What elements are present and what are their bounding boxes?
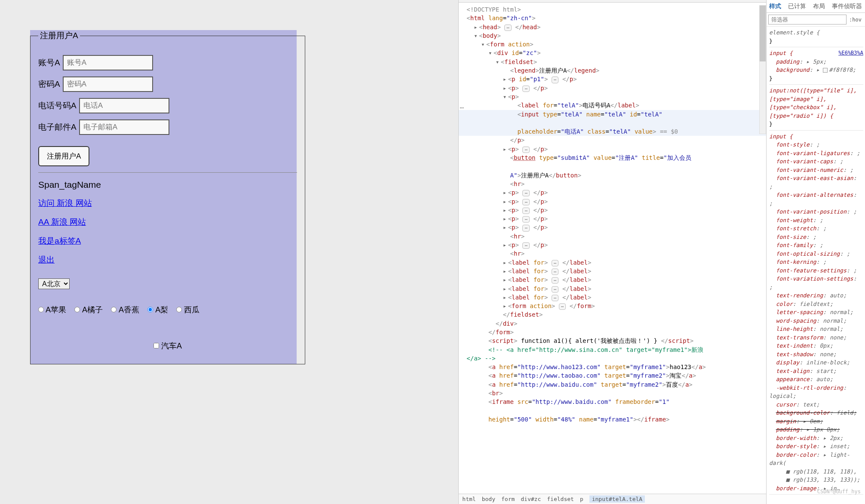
styles-tabs: 样式 已计算 布局 事件侦听器 (767, 0, 865, 13)
link-exit[interactable]: 退出 (38, 254, 297, 266)
tab-layout[interactable]: 布局 (813, 3, 825, 10)
account-input[interactable] (63, 55, 153, 70)
submit-button[interactable]: 注册用户A (38, 146, 89, 166)
breadcrumb[interactable]: html body form div#zc fieldset p input#t… (459, 494, 766, 504)
checkbox-row: 汽车A (38, 341, 297, 351)
tab-styles[interactable]: 样式 (769, 3, 781, 10)
filter-input[interactable] (768, 15, 847, 24)
checkbox-car[interactable]: 汽车A (153, 342, 182, 350)
radio-pear-input[interactable] (147, 307, 153, 312)
tab-computed[interactable]: 已计算 (788, 3, 806, 10)
crumb-body[interactable]: body (482, 496, 495, 502)
register-fieldset: 注册用户A 账号A 密码A 电话号码A 电子邮件A 注册用户A (30, 30, 305, 364)
dotpill-icon[interactable]: ⋯ (504, 24, 512, 31)
arrow-down-icon[interactable]: ▾ (474, 31, 479, 40)
account-label: 账号A (38, 57, 60, 68)
tab-listeners[interactable]: 事件侦听器 (832, 3, 862, 10)
dom-doctype[interactable]: <!DOCTYPE html> (466, 6, 521, 13)
radio-apple[interactable]: A苹果 (38, 305, 66, 314)
crumb-p[interactable]: p (580, 496, 583, 502)
phone-input[interactable] (79, 98, 169, 113)
arrow-right-icon[interactable]: ▸ (503, 75, 508, 83)
arrow-right-icon[interactable]: ▸ (474, 23, 479, 31)
radio-row: A苹果 A橘子 A香蕉 A梨 西瓜 (38, 305, 297, 315)
phone-label: 电话号码A (38, 100, 77, 111)
link-a-tag[interactable]: 我是a标签A (38, 235, 297, 247)
crumb-form[interactable]: form (501, 496, 515, 502)
rule-input-ua[interactable]: input { font-style: ; font-variant-ligat… (769, 132, 863, 495)
email-label: 电子邮件A (38, 122, 77, 133)
arrow-down-icon[interactable]: ▾ (481, 40, 486, 49)
rule-input-author[interactable]: %E6%B3%A input { padding: ▸ 5px; backgro… (769, 49, 863, 85)
link-aa-sina[interactable]: AA 新浪 网站 (38, 217, 297, 228)
dom-tree[interactable]: <!DOCTYPE html> <html lang="zh-cn"> ▸<he… (459, 3, 766, 494)
dom-selected-node[interactable]: ⋯ <input type="telA" name="telA" id="tel… (459, 110, 766, 136)
elements-panel: <!DOCTYPE html> <html lang="zh-cn"> ▸<he… (459, 0, 766, 504)
crumb-input[interactable]: input#telA.telA (589, 495, 645, 503)
row-account: 账号A (38, 55, 297, 70)
checkbox-car-input[interactable] (153, 343, 159, 348)
radio-banana[interactable]: A香蕉 (111, 305, 139, 314)
source-link[interactable]: %E6%B3%A (838, 49, 863, 57)
radio-orange-input[interactable] (74, 307, 80, 312)
color-swatch-icon[interactable] (823, 68, 828, 73)
rule-element-style[interactable]: element.style { } (769, 28, 863, 47)
radio-banana-input[interactable] (111, 307, 117, 312)
filter-row: :hov .cls (767, 13, 865, 27)
city-select[interactable]: A北京 (38, 278, 70, 289)
register-form: 注册用户A 账号A 密码A 电话号码A 电子邮件A 注册用户A (30, 30, 297, 364)
styles-panel: 样式 已计算 布局 事件侦听器 :hov .cls element.style … (766, 0, 865, 504)
password-input[interactable] (63, 76, 153, 92)
arrow-down-icon[interactable]: ▾ (496, 58, 501, 66)
link-list: 访问 新浪 网站 AA 新浪 网站 我是a标签A 退出 (38, 198, 297, 266)
dots-gutter-icon[interactable]: ⋯ (460, 103, 464, 113)
row-email: 电子邮件A (38, 119, 297, 135)
radio-watermelon-input[interactable] (176, 307, 182, 312)
lavender-canvas: 注册用户A 账号A 密码A 电话号码A 电子邮件A 注册用户A (30, 30, 297, 364)
email-input[interactable] (79, 119, 169, 135)
rule-input-not[interactable]: input:not([type="file" i], [type="image"… (769, 86, 863, 131)
row-password: 密码A (38, 76, 297, 92)
crumb-html[interactable]: html (462, 496, 475, 502)
radio-orange[interactable]: A橘子 (74, 305, 103, 314)
radio-pear[interactable]: A梨 (147, 305, 168, 314)
divider (38, 172, 297, 173)
hov-button[interactable]: :hov (849, 17, 862, 23)
row-phone: 电话号码A (38, 98, 297, 113)
link-sina[interactable]: 访问 新浪 网站 (38, 198, 297, 209)
span-heading: Span_tagName (38, 180, 297, 190)
radio-apple-input[interactable] (38, 307, 44, 312)
styles-body[interactable]: element.style { } %E6%B3%A input { paddi… (767, 27, 865, 504)
dom-scrollbar[interactable] (759, 5, 766, 134)
crumb-div[interactable]: div#zc (521, 496, 541, 502)
page-left: 注册用户A 账号A 密码A 电话号码A 电子邮件A 注册用户A (0, 0, 458, 504)
legend: 注册用户A (38, 30, 80, 41)
crumb-fieldset[interactable]: fieldset (547, 496, 574, 502)
arrow-down-icon[interactable]: ▾ (488, 49, 494, 57)
devtools: <!DOCTYPE html> <html lang="zh-cn"> ▸<he… (458, 0, 865, 504)
scrollbar-thumb[interactable] (760, 6, 766, 61)
radio-watermelon[interactable]: 西瓜 (176, 305, 199, 314)
watermark: CSDN-@Guff_hys (817, 489, 861, 495)
password-label: 密码A (38, 79, 60, 90)
